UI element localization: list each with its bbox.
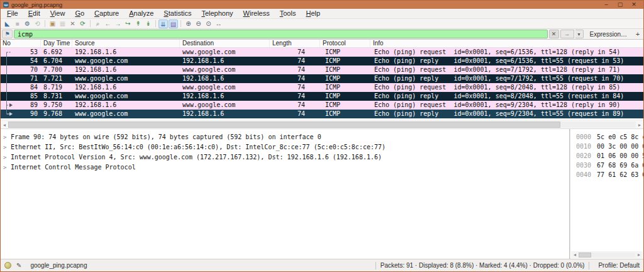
find-packet-icon[interactable]: ⌕ <box>93 20 103 28</box>
packet-no: 85 <box>1 92 41 101</box>
packet-info: Echo (ping) reply id=0x0001, seq=8/2048,… <box>370 92 643 101</box>
scroll-left-icon[interactable]: ◂ <box>1 122 8 128</box>
zoom-in-icon[interactable]: ⊕ <box>184 20 193 28</box>
menu-go[interactable]: Go <box>70 9 89 18</box>
column-destination[interactable]: Destination <box>180 40 270 47</box>
scroll-right-icon[interactable]: ▸ <box>635 252 643 258</box>
menu-capture[interactable]: Capture <box>89 9 124 18</box>
scroll-left-icon[interactable]: ◂ <box>571 252 579 258</box>
close-button[interactable]: ✕ <box>627 1 641 9</box>
column-source[interactable]: Source <box>72 40 180 47</box>
packet-rows: 53 6.692 192.168.1.6 www.google.com 74 I… <box>1 48 643 118</box>
column-length[interactable]: Length <box>270 40 320 47</box>
packet-row[interactable]: 70 7.700 192.168.1.6 www.google.com 74 I… <box>1 65 643 74</box>
packet-row[interactable]: 90 9.768 www.google.com 192.168.1.6 74 I… <box>1 110 643 118</box>
filter-apply-icon[interactable]: → <box>560 30 574 38</box>
packet-protocol: ICMP <box>320 74 370 83</box>
reload-icon[interactable]: ⟳ <box>78 20 87 28</box>
scroll-right-icon[interactable]: ▸ <box>636 122 643 128</box>
go-last-icon[interactable]: ↡ <box>143 20 153 28</box>
packet-row[interactable]: 84 8.719 192.168.1.6 www.google.com 74 I… <box>1 83 643 92</box>
expand-chevron-icon[interactable]: > <box>3 132 6 142</box>
hex-dump-pane: 00005c e0 c5 8c ce 001000 3c 00 00 00 00… <box>570 129 643 259</box>
detail-line[interactable]: >Ethernet II, Src: BestItWo_56:14:c0 (00… <box>1 142 569 152</box>
menu-statistics[interactable]: Statistics <box>158 9 196 18</box>
packet-time: 9.750 <box>41 101 72 110</box>
auto-scroll-icon[interactable]: ⇊ <box>158 20 168 28</box>
go-back-icon[interactable]: ← <box>103 20 113 28</box>
wireshark-icon <box>3 2 9 8</box>
filter-clear-icon[interactable]: ✕ <box>549 30 559 38</box>
packet-destination: 192.168.1.6 <box>180 57 270 65</box>
hex-line[interactable]: 004077 61 62 63 64 <box>570 170 643 179</box>
hex-line[interactable]: 001000 3c 00 00 00 <box>570 142 643 151</box>
menu-wireless[interactable]: Wireless <box>238 9 275 18</box>
packet-protocol: ICMP <box>320 83 370 92</box>
column-no[interactable]: No <box>1 40 41 47</box>
colorize-icon[interactable]: ▤ <box>169 20 178 28</box>
status-bar: ✎ google_ping.pcapng Packets: 91 · Displ… <box>1 259 643 271</box>
packet-time: 6.692 <box>41 48 72 57</box>
menu-edit[interactable]: Edit <box>23 9 45 18</box>
scrollbar-track[interactable] <box>579 252 635 258</box>
go-first-icon[interactable]: ↟ <box>133 20 143 28</box>
zoom-original-icon[interactable]: ⊙ <box>204 20 213 28</box>
packet-row[interactable]: 89 9.750 192.168.1.6 www.google.com 74 I… <box>1 101 643 110</box>
detail-line[interactable]: >Internet Protocol Version 4, Src: www.g… <box>1 152 569 162</box>
maximize-button[interactable]: ▢ <box>613 1 627 9</box>
open-file-icon[interactable]: ▣ <box>48 20 57 28</box>
stop-capture-icon[interactable]: ■ <box>13 20 22 28</box>
column-info[interactable]: Info <box>370 40 643 47</box>
status-profile[interactable]: Profile: Default <box>598 262 640 269</box>
column-protocol[interactable]: Protocol <box>320 40 370 47</box>
restart-capture-icon[interactable]: ⟲ <box>33 20 42 28</box>
display-filter-input[interactable]: icmp <box>14 30 548 38</box>
lower-panes: >Frame 90: 74 bytes on wire (592 bits), … <box>1 129 643 259</box>
packet-row[interactable]: 85 8.731 www.google.com 192.168.1.6 74 I… <box>1 92 643 101</box>
capture-comment-icon[interactable]: ✎ <box>16 262 21 269</box>
hex-line[interactable]: 003067 68 69 6a 6b <box>570 161 643 170</box>
expression-button[interactable]: Expression… <box>585 30 632 38</box>
go-to-packet-icon[interactable]: ↪ <box>123 20 133 28</box>
expand-chevron-icon[interactable]: > <box>3 162 6 173</box>
go-forward-icon[interactable]: → <box>113 20 123 28</box>
zoom-out-icon[interactable]: ⊖ <box>194 20 203 28</box>
menu-file[interactable]: File <box>2 9 23 18</box>
hex-hscrollbar[interactable]: ◂ ▸ <box>571 251 643 258</box>
expand-chevron-icon[interactable]: > <box>3 152 6 162</box>
hex-line[interactable]: 00005c e0 c5 8c ce <box>570 132 643 142</box>
expand-chevron-icon[interactable]: > <box>3 142 6 152</box>
packet-row[interactable]: 53 6.692 192.168.1.6 www.google.com 74 I… <box>1 48 643 57</box>
packet-length: 74 <box>270 65 320 74</box>
filter-bookmark-icon[interactable]: ⚑ <box>2 30 13 38</box>
packet-row[interactable]: 71 7.721 www.google.com 192.168.1.6 74 I… <box>1 74 643 83</box>
menu-analyze[interactable]: Analyze <box>124 9 158 18</box>
filter-add-button[interactable]: + <box>633 30 642 38</box>
packet-row[interactable]: 54 6.704 www.google.com 192.168.1.6 74 I… <box>1 57 643 65</box>
expert-info-icon[interactable] <box>4 262 11 269</box>
save-file-icon[interactable]: ▦ <box>58 20 67 28</box>
packet-protocol: ICMP <box>320 101 370 110</box>
resize-columns-icon[interactable]: ↔ <box>214 20 223 28</box>
menu-help[interactable]: Help <box>301 9 325 18</box>
scrollbar-thumb[interactable] <box>8 122 560 128</box>
packet-info: Echo (ping) reply id=0x0001, seq=6/1536,… <box>370 57 643 65</box>
menu-tools[interactable]: Tools <box>275 9 301 18</box>
menu-view[interactable]: View <box>45 9 70 18</box>
menu-telephony[interactable]: Telephony <box>196 9 238 18</box>
start-capture-icon[interactable]: ◣ <box>3 20 12 28</box>
capture-options-icon[interactable]: ⚙ <box>23 20 32 28</box>
column-day-time[interactable]: Day Time <box>41 40 72 47</box>
detail-line[interactable]: >Frame 90: 74 bytes on wire (592 bits), … <box>1 132 569 142</box>
minimize-button[interactable]: – <box>599 1 613 9</box>
packet-list-hscrollbar[interactable]: ◂ ▸ <box>1 120 643 129</box>
scrollbar-track[interactable] <box>8 122 636 128</box>
hex-line[interactable]: 002001 06 00 00 55 <box>570 151 643 161</box>
packet-no: 54 <box>1 57 41 65</box>
close-file-icon[interactable]: ✕ <box>68 20 77 28</box>
scrollbar-thumb[interactable] <box>579 252 591 258</box>
filter-dropdown-caret-icon[interactable]: ▾ <box>575 30 584 38</box>
detail-line[interactable]: >Internet Control Message Protocol <box>1 162 569 173</box>
packet-protocol: ICMP <box>320 65 370 74</box>
packet-time: 7.721 <box>41 74 72 83</box>
